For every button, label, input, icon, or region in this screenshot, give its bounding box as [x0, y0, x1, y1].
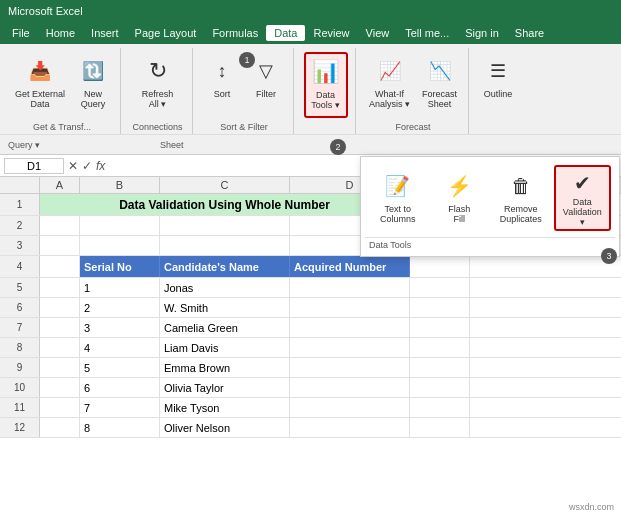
- menu-data[interactable]: Data: [266, 25, 305, 41]
- cell-a5[interactable]: [40, 278, 80, 297]
- flash-fill-button[interactable]: ⚡ FlashFill: [431, 165, 489, 231]
- query-label[interactable]: Query ▾: [8, 140, 40, 150]
- cell-a8[interactable]: [40, 338, 80, 357]
- header-serial[interactable]: Serial No: [80, 256, 160, 277]
- what-if-button[interactable]: 📈 What-IfAnalysis ▾: [364, 52, 415, 118]
- cell-name-6[interactable]: W. Smith: [160, 298, 290, 317]
- col-header-a: A: [40, 177, 80, 193]
- get-external-data-button[interactable]: 📥 Get ExternalData: [10, 52, 70, 118]
- cell-name-10[interactable]: Olivia Taylor: [160, 378, 290, 397]
- table-row: 12 8 Oliver Nelson: [0, 418, 621, 438]
- text-to-columns-button[interactable]: 📝 Text toColumns: [369, 165, 427, 231]
- cell-a3[interactable]: [40, 236, 80, 255]
- outline-button[interactable]: ☰ Outline: [477, 52, 519, 118]
- cell-a12[interactable]: [40, 418, 80, 437]
- data-tools-button[interactable]: 📊 DataTools ▾: [304, 52, 348, 118]
- cell-e12[interactable]: [410, 418, 470, 437]
- data-validation-button[interactable]: ✔ DataValidation ▾: [554, 165, 612, 231]
- new-query-label: NewQuery: [81, 89, 106, 109]
- refresh-all-button[interactable]: ↻ RefreshAll ▾: [137, 52, 179, 118]
- cell-e6[interactable]: [410, 298, 470, 317]
- cell-acquired-10[interactable]: [290, 378, 410, 397]
- cell-name-11[interactable]: Mike Tyson: [160, 398, 290, 417]
- menu-share[interactable]: Share: [507, 25, 552, 41]
- cell-b3[interactable]: [80, 236, 160, 255]
- cell-name-12[interactable]: Oliver Nelson: [160, 418, 290, 437]
- menu-insert[interactable]: Insert: [83, 25, 127, 41]
- menu-view[interactable]: View: [358, 25, 398, 41]
- cell-serial-11[interactable]: 7: [80, 398, 160, 417]
- cell-a4[interactable]: [40, 256, 80, 277]
- get-external-data-label: Get ExternalData: [15, 89, 65, 109]
- header-acquired[interactable]: Acquired Number: [290, 256, 410, 277]
- refresh-label: RefreshAll ▾: [142, 89, 174, 109]
- table-row: 7 3 Camelia Green: [0, 318, 621, 338]
- cell-acquired-11[interactable]: [290, 398, 410, 417]
- new-query-button[interactable]: 🔃 NewQuery: [72, 52, 114, 118]
- cell-name-5[interactable]: Jonas: [160, 278, 290, 297]
- cell-a10[interactable]: [40, 378, 80, 397]
- cell-e5[interactable]: [410, 278, 470, 297]
- cell-a2[interactable]: [40, 216, 80, 235]
- menu-formulas[interactable]: Formulas: [204, 25, 266, 41]
- menu-tell-me[interactable]: Tell me...: [397, 25, 457, 41]
- fx-check: ✓: [82, 159, 92, 173]
- cell-serial-7[interactable]: 3: [80, 318, 160, 337]
- cell-name-7[interactable]: Camelia Green: [160, 318, 290, 337]
- cell-e8[interactable]: [410, 338, 470, 357]
- cell-serial-12[interactable]: 8: [80, 418, 160, 437]
- menu-file[interactable]: File: [4, 25, 38, 41]
- remove-duplicates-button[interactable]: 🗑 RemoveDuplicates: [492, 165, 550, 231]
- cell-e11[interactable]: [410, 398, 470, 417]
- cell-a9[interactable]: [40, 358, 80, 377]
- ribbon-row2: Query ▾ Sheet: [0, 134, 621, 154]
- cell-a6[interactable]: [40, 298, 80, 317]
- menu-page-layout[interactable]: Page Layout: [127, 25, 205, 41]
- title-cell[interactable]: Data Validation Using Whole Number: [40, 194, 410, 215]
- outline-icon: ☰: [482, 55, 514, 87]
- header-name[interactable]: Candidate's Name: [160, 256, 290, 277]
- cell-acquired-8[interactable]: [290, 338, 410, 357]
- row-num-12: 12: [0, 418, 40, 437]
- cell-e7[interactable]: [410, 318, 470, 337]
- forecast-sheet-button[interactable]: 📉 ForecastSheet: [417, 52, 462, 118]
- row-4: 4 Serial No Candidate's Name Acquired Nu…: [0, 256, 621, 278]
- cell-e9[interactable]: [410, 358, 470, 377]
- menu-sign-in[interactable]: Sign in: [457, 25, 507, 41]
- row-num-8: 8: [0, 338, 40, 357]
- cell-c3[interactable]: [160, 236, 290, 255]
- cell-a7[interactable]: [40, 318, 80, 337]
- cell-c2[interactable]: [160, 216, 290, 235]
- ribbon-group-forecast: 📈 What-IfAnalysis ▾ 📉 ForecastSheet Fore…: [358, 48, 469, 134]
- cell-e10[interactable]: [410, 378, 470, 397]
- cell-name-8[interactable]: Liam Davis: [160, 338, 290, 357]
- cell-serial-10[interactable]: 6: [80, 378, 160, 397]
- sort-button[interactable]: ↕️ Sort: [201, 52, 243, 118]
- cell-acquired-7[interactable]: [290, 318, 410, 337]
- callout-1-num: 1: [245, 55, 250, 65]
- cell-acquired-5[interactable]: [290, 278, 410, 297]
- cell-serial-5[interactable]: 1: [80, 278, 160, 297]
- text-to-columns-label: Text toColumns: [380, 204, 416, 224]
- ribbon-group-outline: ☰ Outline: [471, 48, 525, 134]
- name-box[interactable]: [4, 158, 64, 174]
- col-header-b: B: [80, 177, 160, 193]
- menu-review[interactable]: Review: [305, 25, 357, 41]
- cell-acquired-12[interactable]: [290, 418, 410, 437]
- cell-acquired-6[interactable]: [290, 298, 410, 317]
- cell-a11[interactable]: [40, 398, 80, 417]
- cell-serial-6[interactable]: 2: [80, 298, 160, 317]
- cell-e4[interactable]: [410, 256, 470, 277]
- cell-acquired-9[interactable]: [290, 358, 410, 377]
- cell-name-9[interactable]: Emma Brown: [160, 358, 290, 377]
- callout-2: 2: [330, 139, 346, 155]
- cell-serial-9[interactable]: 5: [80, 358, 160, 377]
- menu-home[interactable]: Home: [38, 25, 83, 41]
- ribbon-group-data-tools: 📊 DataTools ▾: [296, 48, 356, 134]
- watermark: wsxdn.com: [566, 501, 617, 513]
- callout-1: 1: [239, 52, 255, 68]
- cell-serial-8[interactable]: 4: [80, 338, 160, 357]
- sheet-label[interactable]: Sheet: [160, 140, 184, 150]
- flash-fill-icon: ⚡: [443, 170, 475, 202]
- cell-b2[interactable]: [80, 216, 160, 235]
